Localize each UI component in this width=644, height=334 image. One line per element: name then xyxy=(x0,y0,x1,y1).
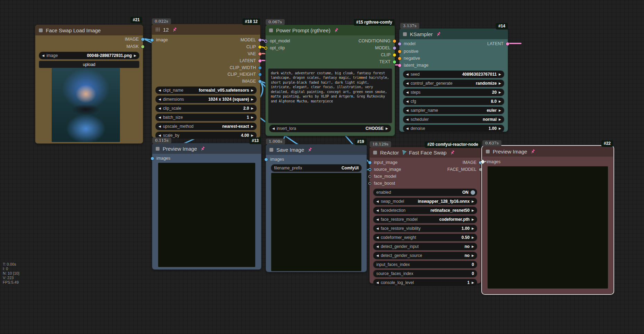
collapse-icon[interactable] xyxy=(403,32,407,36)
widget-upscale-method[interactable]: ◀upscale_methodnearest-exact▶ xyxy=(155,123,257,130)
port-dot-image[interactable] xyxy=(368,161,371,164)
port-dot-face-model[interactable] xyxy=(479,168,482,171)
left-arrow-icon[interactable]: ◀ xyxy=(376,252,379,259)
right-arrow-icon[interactable]: ▶ xyxy=(472,243,474,250)
node-header[interactable]: Preview Image xyxy=(482,146,613,157)
left-arrow-icon[interactable]: ◀ xyxy=(158,105,161,112)
right-arrow-icon[interactable]: ▶ xyxy=(251,87,254,94)
node-ksampler[interactable]: 3.137s #14 KSampler model positive negat… xyxy=(399,28,508,132)
collapse-icon[interactable] xyxy=(39,28,43,32)
port-dot-conditioning[interactable] xyxy=(398,50,401,53)
collapse-icon[interactable] xyxy=(269,28,273,32)
widget-detect-gender-input[interactable]: ◀detect_gender_inputno▶ xyxy=(373,243,477,250)
port-dot-image[interactable] xyxy=(258,80,261,83)
port-dot-image[interactable] xyxy=(368,168,371,171)
port-dot-conditioning[interactable] xyxy=(398,57,401,60)
node-face-swap-load-image[interactable]: #21 Face Swap Load Image IMAGE MASK ◀ im… xyxy=(35,25,143,144)
left-arrow-icon[interactable]: ◀ xyxy=(272,125,275,132)
collapse-icon[interactable] xyxy=(269,148,273,152)
right-arrow-icon[interactable]: ▶ xyxy=(251,105,254,112)
right-arrow-icon[interactable]: ▶ xyxy=(499,89,501,96)
node-header[interactable]: KSampler xyxy=(400,29,508,39)
widget-insert-lora[interactable]: ◀ insert_lora CHOOSE ▶ xyxy=(269,125,391,132)
widget-sampler-name[interactable]: ◀sampler_nameeuler▶ xyxy=(403,107,504,114)
port-dot-vae[interactable] xyxy=(258,52,261,56)
right-arrow-icon[interactable]: ▶ xyxy=(251,123,254,130)
left-arrow-icon[interactable]: ◀ xyxy=(376,198,379,205)
node-preview-image-13[interactable]: 0.115s #13 Preview Image images xyxy=(152,143,261,270)
node-reactor-fast-face-swap[interactable]: 18.129s #20 comfyui-reactor-node ReActor… xyxy=(369,147,481,284)
right-arrow-icon[interactable]: ▶ xyxy=(499,107,501,114)
right-arrow-icon[interactable]: ▶ xyxy=(472,225,474,232)
port-dot-text[interactable] xyxy=(393,60,396,64)
node-header[interactable]: Save Image xyxy=(266,144,367,155)
collapse-icon[interactable] xyxy=(156,147,160,151)
widget-seed[interactable]: ◀seed408963023767011▶ xyxy=(403,70,504,78)
port-dot-conditioning[interactable] xyxy=(393,40,396,43)
widget-input-faces-index[interactable]: input_faces_index0 xyxy=(373,261,477,268)
port-dot-face-boost[interactable] xyxy=(368,182,371,185)
node-header[interactable]: Face Swap Load Image xyxy=(35,25,143,35)
toggle-knob[interactable] xyxy=(471,190,475,195)
port-dot-image[interactable] xyxy=(265,158,268,161)
left-arrow-icon[interactable]: ◀ xyxy=(158,114,161,121)
widget-dimensions[interactable]: ◀dimensions1024 x 1024 (square)▶ xyxy=(155,95,257,103)
port-dot-image[interactable] xyxy=(151,157,154,160)
widget-codeformer-weight[interactable]: ◀codeformer_weight0.50▶ xyxy=(373,234,477,241)
port-dot-int[interactable] xyxy=(258,73,261,76)
collapse-icon[interactable] xyxy=(486,150,490,153)
right-arrow-icon[interactable]: ▶ xyxy=(251,96,254,103)
collapse-icon[interactable] xyxy=(373,151,377,155)
widget-scheduler[interactable]: ◀schedulernormal▶ xyxy=(403,116,504,123)
right-arrow-icon[interactable]: ▶ xyxy=(472,207,474,214)
upload-button[interactable]: upload xyxy=(39,61,139,68)
widget-control-after-generate[interactable]: ◀control_after_generaterandomize▶ xyxy=(403,80,504,87)
left-arrow-icon[interactable]: ◀ xyxy=(158,87,161,94)
port-dot-model[interactable] xyxy=(393,47,396,50)
port-dot-face-model[interactable] xyxy=(368,175,371,178)
right-arrow-icon[interactable]: ▶ xyxy=(472,198,474,205)
widget-source-faces-index[interactable]: source_faces_index0 xyxy=(373,270,477,277)
right-arrow-icon[interactable]: ▶ xyxy=(499,80,501,87)
left-arrow-icon[interactable]: ◀ xyxy=(42,52,44,59)
left-arrow-icon[interactable]: ◀ xyxy=(376,216,379,223)
widget-ckpt-name[interactable]: ◀ckpt_nameforrealxl_v05.safetensors▶ xyxy=(155,86,257,94)
port-dot-image[interactable] xyxy=(481,160,484,164)
right-arrow-icon[interactable]: ▶ xyxy=(134,52,136,59)
port-dot-latent[interactable] xyxy=(506,42,509,45)
comfyui-canvas[interactable]: #21 Face Swap Load Image IMAGE MASK ◀ im… xyxy=(0,0,644,334)
widget-face-restore-visibility[interactable]: ◀face_restore_visibility1.00▶ xyxy=(373,225,477,232)
port-dot-latent[interactable] xyxy=(398,64,401,67)
port-dot-clip[interactable] xyxy=(393,53,396,57)
widget-facedetection[interactable]: ◀facedetectionretinaface_resnet50▶ xyxy=(373,207,477,214)
port-dot-int[interactable] xyxy=(258,66,261,69)
node-preview-image-22[interactable]: 0.637s #22 Preview Image images xyxy=(482,146,613,294)
node-save-image[interactable]: 1.008s #19 Save Image images filename_pr… xyxy=(266,144,367,272)
port-dot-image[interactable] xyxy=(141,38,144,41)
left-arrow-icon[interactable]: ◀ xyxy=(158,96,161,103)
widget-swap-model[interactable]: ◀swap_modelinswapper_128_fp16.onnx▶ xyxy=(373,198,477,205)
left-arrow-icon[interactable]: ◀ xyxy=(376,234,379,241)
port-dot-image[interactable] xyxy=(151,39,154,42)
right-arrow-icon[interactable]: ▶ xyxy=(472,279,474,286)
left-arrow-icon[interactable]: ◀ xyxy=(406,125,409,132)
right-arrow-icon[interactable]: ▶ xyxy=(499,116,501,123)
widget-image-combo[interactable]: ◀ image 00048-2898772931.png ▶ xyxy=(39,52,139,59)
right-arrow-icon[interactable]: ▶ xyxy=(499,125,501,132)
port-dot-latent[interactable] xyxy=(258,59,261,62)
left-arrow-icon[interactable]: ◀ xyxy=(406,71,409,78)
widget-detect-gender-source[interactable]: ◀detect_gender_sourceno▶ xyxy=(373,252,477,259)
port-dot-model[interactable] xyxy=(258,39,261,42)
left-arrow-icon[interactable]: ◀ xyxy=(406,116,409,123)
widget-face-restore-model[interactable]: ◀face_restore_modelcodeformer.pth▶ xyxy=(373,216,477,223)
right-arrow-icon[interactable]: ▶ xyxy=(472,216,474,223)
port-dot-mask[interactable] xyxy=(141,45,144,48)
port-dot-clip[interactable] xyxy=(258,45,261,49)
port-dot-model[interactable] xyxy=(264,40,267,43)
prompt-textarea[interactable]: dark witch, adventurer costume, big cloa… xyxy=(268,68,392,123)
node-header[interactable]: Preview Image xyxy=(152,143,261,154)
left-arrow-icon[interactable]: ◀ xyxy=(376,207,379,214)
widget-console-log-level[interactable]: ◀console_log_level1▶ xyxy=(373,279,477,286)
left-arrow-icon[interactable]: ◀ xyxy=(376,225,379,232)
right-arrow-icon[interactable]: ▶ xyxy=(499,71,501,78)
